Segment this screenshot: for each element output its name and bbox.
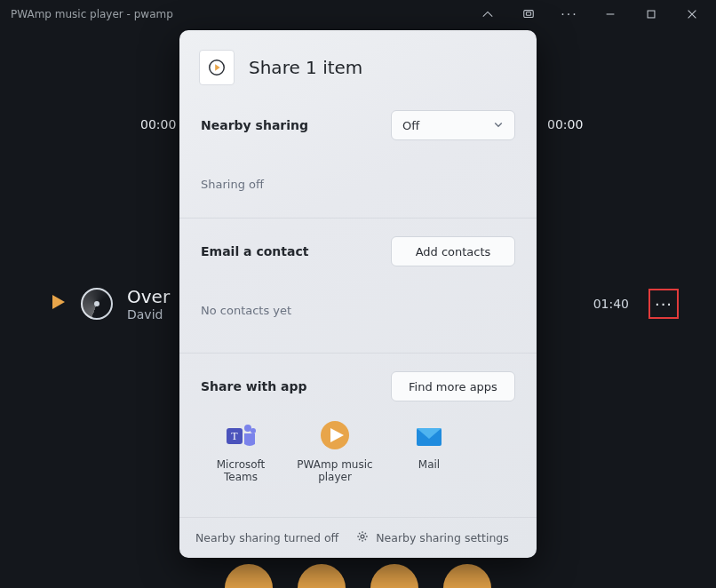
- player-control-button[interactable]: [370, 564, 418, 588]
- track-artist: David: [127, 307, 170, 322]
- track-info: Over David: [127, 286, 170, 322]
- share-dialog: Share 1 item Nearby sharing Off Sharing …: [179, 30, 537, 558]
- share-app-pwamp[interactable]: PWAmp music player: [295, 417, 375, 483]
- track-title: Over: [127, 286, 170, 307]
- share-apps-list: T Microsoft Teams PWAmp music player: [201, 417, 515, 483]
- close-button[interactable]: [672, 0, 712, 28]
- share-dialog-title: Share 1 item: [249, 57, 362, 78]
- share-app-label: Microsoft Teams: [201, 458, 281, 483]
- svg-text:T: T: [231, 430, 238, 442]
- ellipsis-icon: ···: [655, 295, 672, 314]
- close-icon: [686, 8, 698, 20]
- cast-icon: [522, 8, 535, 20]
- share-dialog-body: Nearby sharing Off Sharing off Email a c…: [179, 92, 537, 517]
- total-time: 00:00: [547, 117, 583, 131]
- maximize-button[interactable]: [631, 0, 672, 28]
- track-more-button[interactable]: ···: [648, 289, 679, 319]
- share-dialog-header: Share 1 item: [179, 30, 537, 92]
- chevron-down-icon: [493, 119, 504, 132]
- nearby-sharing-section: Nearby sharing Off Sharing off: [179, 92, 537, 218]
- share-with-app-section: Share with app Find more apps T Microsof…: [179, 353, 537, 492]
- teams-icon: T: [223, 417, 259, 453]
- share-app-mail[interactable]: Mail: [389, 417, 469, 483]
- footer-nearby-settings[interactable]: Nearby sharing settings: [356, 530, 509, 545]
- ellipsis-icon: ···: [561, 7, 577, 21]
- email-contact-status: No contacts yet: [201, 304, 515, 317]
- gear-icon: [356, 530, 369, 545]
- app-menu-button[interactable]: ···: [549, 0, 590, 28]
- nearby-sharing-label: Nearby sharing: [201, 118, 308, 132]
- disc-icon: [81, 288, 113, 320]
- player-control-button[interactable]: [298, 564, 346, 588]
- nearby-sharing-value: Off: [402, 119, 419, 132]
- share-with-app-label: Share with app: [201, 379, 307, 393]
- svg-rect-2: [648, 11, 655, 18]
- share-app-label: Mail: [418, 458, 440, 471]
- minimize-button[interactable]: [590, 0, 631, 28]
- minimize-icon: [604, 8, 617, 20]
- pwamp-icon: [317, 417, 353, 453]
- player-control-button[interactable]: [225, 564, 273, 588]
- mail-icon: [411, 417, 447, 453]
- svg-point-7: [251, 428, 256, 433]
- title-bar: PWAmp music player - pwamp ···: [0, 0, 716, 28]
- share-item-icon: [199, 50, 235, 85]
- svg-rect-0: [524, 11, 534, 18]
- track-duration: 01:40: [593, 297, 629, 311]
- svg-point-6: [244, 425, 251, 432]
- email-contact-section: Email a contact Add contacts No contacts…: [179, 218, 537, 353]
- play-icon: [49, 293, 67, 314]
- track-row[interactable]: Over David: [49, 286, 170, 322]
- chevron-up-icon: [481, 8, 494, 20]
- email-contact-label: Email a contact: [201, 244, 308, 258]
- nearby-sharing-select[interactable]: Off: [391, 110, 515, 140]
- share-dialog-footer: Nearby sharing turned off Nearby sharing…: [179, 517, 537, 558]
- player-control-button[interactable]: [443, 564, 491, 588]
- app-window: PWAmp music player - pwamp ··· 00:00 00:…: [0, 0, 716, 588]
- cast-button[interactable]: [508, 0, 549, 28]
- share-app-label: PWAmp music player: [295, 458, 375, 483]
- svg-point-10: [361, 535, 364, 538]
- maximize-icon: [645, 8, 657, 20]
- caret-up-button[interactable]: [467, 0, 508, 28]
- window-title: PWAmp music player - pwamp: [11, 8, 467, 20]
- svg-rect-1: [526, 12, 530, 16]
- nearby-sharing-status: Sharing off: [201, 178, 515, 191]
- elapsed-time: 00:00: [140, 117, 176, 131]
- add-contacts-button[interactable]: Add contacts: [391, 236, 515, 266]
- share-app-teams[interactable]: T Microsoft Teams: [201, 417, 281, 483]
- find-more-apps-button[interactable]: Find more apps: [391, 371, 515, 401]
- footer-nearby-status[interactable]: Nearby sharing turned off: [195, 531, 338, 544]
